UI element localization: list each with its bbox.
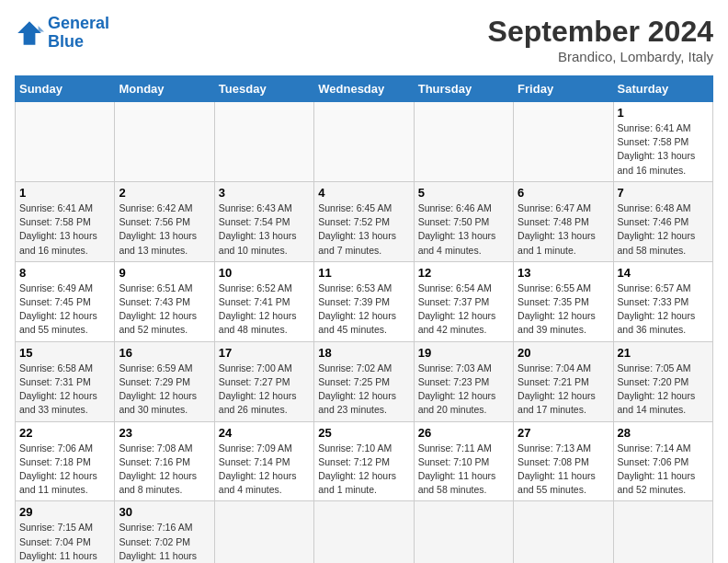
col-header-tuesday: Tuesday: [214, 76, 313, 102]
calendar-cell-4: 4Sunrise: 6:45 AM Sunset: 7:52 PM Daylig…: [314, 181, 414, 261]
calendar-cell-7: 7Sunrise: 6:48 AM Sunset: 7:46 PM Daylig…: [613, 181, 712, 261]
calendar-cell-empty: [613, 501, 712, 563]
calendar-cell-10: 10Sunrise: 6:52 AM Sunset: 7:41 PM Dayli…: [214, 261, 313, 341]
calendar-cell-14: 14Sunrise: 6:57 AM Sunset: 7:33 PM Dayli…: [613, 261, 712, 341]
calendar-header-row: SundayMondayTuesdayWednesdayThursdayFrid…: [16, 76, 713, 102]
calendar-cell-8: 8Sunrise: 6:49 AM Sunset: 7:45 PM Daylig…: [16, 261, 115, 341]
calendar-cell-13: 13Sunrise: 6:55 AM Sunset: 7:35 PM Dayli…: [514, 261, 613, 341]
calendar-cell-20: 20Sunrise: 7:04 AM Sunset: 7:21 PM Dayli…: [514, 341, 613, 421]
col-header-monday: Monday: [115, 76, 214, 102]
calendar-cell-24: 24Sunrise: 7:09 AM Sunset: 7:14 PM Dayli…: [214, 421, 313, 501]
calendar-row: 22Sunrise: 7:06 AM Sunset: 7:18 PM Dayli…: [16, 421, 713, 501]
month-title: September 2024: [488, 15, 713, 49]
calendar-cell-26: 26Sunrise: 7:11 AM Sunset: 7:10 PM Dayli…: [414, 421, 513, 501]
calendar-cell-empty: [115, 102, 214, 182]
calendar-cell-29: 29Sunrise: 7:15 AM Sunset: 7:04 PM Dayli…: [16, 501, 115, 563]
page-header: General Blue September 2024 Brandico, Lo…: [15, 15, 713, 64]
logo: General Blue: [15, 15, 109, 52]
calendar-row: 1Sunrise: 6:41 AM Sunset: 7:58 PM Daylig…: [16, 102, 713, 182]
calendar-cell-empty: [214, 102, 313, 182]
svg-marker-0: [17, 21, 41, 45]
calendar-cell-18: 18Sunrise: 7:02 AM Sunset: 7:25 PM Dayli…: [314, 341, 414, 421]
col-header-wednesday: Wednesday: [314, 76, 414, 102]
calendar-cell-11: 11Sunrise: 6:53 AM Sunset: 7:39 PM Dayli…: [314, 261, 414, 341]
calendar-cell-15: 15Sunrise: 6:58 AM Sunset: 7:31 PM Dayli…: [16, 341, 115, 421]
title-block: September 2024 Brandico, Lombardy, Italy: [488, 15, 713, 64]
calendar-cell-empty: [16, 102, 115, 182]
calendar-row: 1Sunrise: 6:41 AM Sunset: 7:58 PM Daylig…: [16, 181, 713, 261]
col-header-thursday: Thursday: [414, 76, 513, 102]
calendar-cell-2: 2Sunrise: 6:42 AM Sunset: 7:56 PM Daylig…: [115, 181, 214, 261]
calendar-cell-25: 25Sunrise: 7:10 AM Sunset: 7:12 PM Dayli…: [314, 421, 414, 501]
calendar-cell-27: 27Sunrise: 7:13 AM Sunset: 7:08 PM Dayli…: [514, 421, 613, 501]
col-header-saturday: Saturday: [613, 76, 712, 102]
logo-text: General Blue: [48, 15, 109, 52]
location-subtitle: Brandico, Lombardy, Italy: [488, 49, 713, 64]
col-header-friday: Friday: [514, 76, 613, 102]
calendar-cell-empty: [414, 102, 513, 182]
calendar-row: 8Sunrise: 6:49 AM Sunset: 7:45 PM Daylig…: [16, 261, 713, 341]
calendar-table: SundayMondayTuesdayWednesdayThursdayFrid…: [15, 75, 713, 563]
calendar-cell-empty: [514, 501, 613, 563]
calendar-cell-28: 28Sunrise: 7:14 AM Sunset: 7:06 PM Dayli…: [613, 421, 712, 501]
calendar-cell-1: 1Sunrise: 6:41 AM Sunset: 7:58 PM Daylig…: [613, 102, 712, 182]
calendar-cell-1: 1Sunrise: 6:41 AM Sunset: 7:58 PM Daylig…: [16, 181, 115, 261]
calendar-cell-6: 6Sunrise: 6:47 AM Sunset: 7:48 PM Daylig…: [514, 181, 613, 261]
calendar-cell-empty: [214, 501, 313, 563]
calendar-cell-19: 19Sunrise: 7:03 AM Sunset: 7:23 PM Dayli…: [414, 341, 513, 421]
calendar-cell-empty: [314, 501, 414, 563]
calendar-cell-17: 17Sunrise: 7:00 AM Sunset: 7:27 PM Dayli…: [214, 341, 313, 421]
calendar-cell-23: 23Sunrise: 7:08 AM Sunset: 7:16 PM Dayli…: [115, 421, 214, 501]
calendar-cell-16: 16Sunrise: 6:59 AM Sunset: 7:29 PM Dayli…: [115, 341, 214, 421]
calendar-row: 15Sunrise: 6:58 AM Sunset: 7:31 PM Dayli…: [16, 341, 713, 421]
calendar-cell-12: 12Sunrise: 6:54 AM Sunset: 7:37 PM Dayli…: [414, 261, 513, 341]
calendar-cell-empty: [514, 102, 613, 182]
calendar-row: 29Sunrise: 7:15 AM Sunset: 7:04 PM Dayli…: [16, 501, 713, 563]
logo-icon: [15, 18, 44, 48]
calendar-cell-21: 21Sunrise: 7:05 AM Sunset: 7:20 PM Dayli…: [613, 341, 712, 421]
calendar-cell-empty: [314, 102, 414, 182]
calendar-cell-9: 9Sunrise: 6:51 AM Sunset: 7:43 PM Daylig…: [115, 261, 214, 341]
calendar-cell-30: 30Sunrise: 7:16 AM Sunset: 7:02 PM Dayli…: [115, 501, 214, 563]
calendar-cell-empty: [414, 501, 513, 563]
calendar-cell-22: 22Sunrise: 7:06 AM Sunset: 7:18 PM Dayli…: [16, 421, 115, 501]
calendar-cell-5: 5Sunrise: 6:46 AM Sunset: 7:50 PM Daylig…: [414, 181, 513, 261]
calendar-cell-3: 3Sunrise: 6:43 AM Sunset: 7:54 PM Daylig…: [214, 181, 313, 261]
col-header-sunday: Sunday: [16, 76, 115, 102]
